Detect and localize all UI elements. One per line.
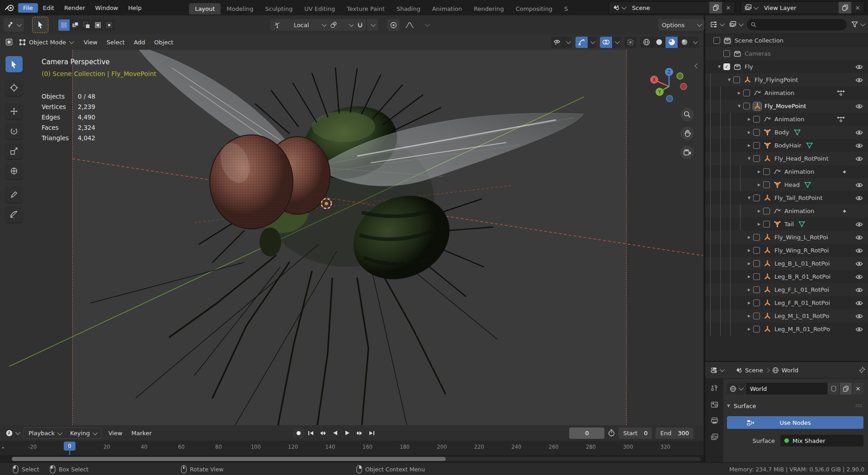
outliner-item-label[interactable]: Cameras: [745, 50, 771, 57]
collection-checkbox[interactable]: [733, 76, 740, 83]
current-frame-field[interactable]: 0: [569, 428, 604, 439]
proportional-edit-toggle[interactable]: [387, 19, 400, 31]
disclosure-triangle-icon[interactable]: ▼: [745, 157, 753, 161]
timeline-menu-view[interactable]: View: [104, 428, 127, 438]
use-nodes-button[interactable]: Use Nodes: [727, 416, 863, 429]
select-mode-set[interactable]: [58, 19, 70, 31]
tool-measure[interactable]: [5, 206, 23, 223]
navigation-gizmo[interactable]: Z X Y: [650, 66, 688, 104]
menu-window[interactable]: Window: [90, 3, 123, 13]
surface-shader-dropdown[interactable]: Mix Shader: [780, 435, 863, 446]
disclosure-triangle-icon[interactable]: ▶: [745, 275, 753, 279]
world-name-field[interactable]: World: [746, 383, 827, 394]
overlays-chevron[interactable]: [613, 37, 621, 48]
outliner-row[interactable]: ▶ Leg_F_L_01_RotPoi: [705, 283, 868, 296]
hide-eye-icon[interactable]: [854, 104, 864, 109]
outliner-item-label[interactable]: Fly: [745, 63, 753, 70]
workspace-tab-s[interactable]: S: [558, 3, 574, 14]
stopwatch-icon[interactable]: [608, 429, 615, 437]
workspace-tab-modeling[interactable]: Modeling: [221, 3, 259, 14]
workspace-tab-layout[interactable]: Layout: [189, 3, 221, 14]
outliner-row[interactable]: ▶ Leg_B_L_01_RotPoi: [705, 257, 868, 270]
disclosure-triangle-icon[interactable]: ▼: [745, 196, 753, 200]
jump-to-start-button[interactable]: [305, 428, 316, 438]
viewport-3d[interactable]: Camera Perspective (0) Scene Collection …: [0, 50, 703, 425]
jump-to-end-button[interactable]: [366, 428, 377, 438]
zoom-button[interactable]: [680, 108, 694, 121]
select-mode-extend[interactable]: [70, 19, 81, 31]
collection-checkbox[interactable]: [723, 50, 730, 57]
collection-checkbox[interactable]: [753, 286, 760, 293]
collection-checkbox[interactable]: [753, 247, 760, 254]
editor-type-dropdown[interactable]: [3, 36, 15, 48]
view-layer-remove-button[interactable]: ✕: [851, 2, 864, 14]
outliner-row[interactable]: ▶ Animation: [705, 86, 868, 100]
outliner-row[interactable]: ▶ Animation: [705, 113, 868, 126]
disclosure-triangle-icon[interactable]: ▶: [745, 301, 753, 305]
tab-view-layer[interactable]: [711, 433, 718, 441]
scene-unlink-button[interactable]: ✕: [722, 2, 735, 14]
outliner-row[interactable]: ▼ Fly_MovePoint: [705, 100, 868, 113]
outliner-item-label[interactable]: Leg_B_R_01_RotPoi: [774, 273, 830, 280]
scrollbar-thumb[interactable]: [12, 457, 446, 461]
disclosure-triangle-icon[interactable]: ▶: [745, 143, 753, 147]
breadcrumb-scene[interactable]: Scene: [745, 367, 763, 374]
outliner-row[interactable]: ▶ Tail: [705, 218, 868, 231]
outliner-row[interactable]: ▶ Fly_Wing_L_RotPoi: [705, 231, 868, 244]
outliner-item-label[interactable]: Fly_Wing_L_RotPoi: [774, 234, 828, 241]
scene-selector[interactable]: Scene ✕: [609, 1, 735, 14]
snap-toggle[interactable]: [354, 19, 366, 31]
collection-checkbox[interactable]: [753, 116, 760, 123]
collection-checkbox[interactable]: [753, 155, 760, 162]
overlays-toggle[interactable]: [600, 37, 612, 48]
outliner-row[interactable]: ▶ Leg_M_L_01_RotPo: [705, 309, 868, 323]
world-duplicate-button[interactable]: [840, 383, 852, 394]
gizmos-toggle[interactable]: [576, 37, 588, 48]
collection-checkbox[interactable]: ✓: [723, 63, 730, 70]
object-visibility-chevron[interactable]: [564, 37, 572, 48]
outliner-row[interactable]: ▶ Head: [705, 178, 868, 191]
workspace-tab-texture-paint[interactable]: Texture Paint: [341, 3, 391, 14]
play-button[interactable]: [342, 428, 353, 438]
outliner-row[interactable]: ▶ Leg_M_R_01_RotPo: [705, 323, 868, 336]
disclosure-triangle-icon[interactable]: ▶: [755, 183, 763, 187]
outliner-item-label[interactable]: BodyHair: [774, 142, 802, 149]
scene-browse-button[interactable]: [609, 4, 627, 11]
outliner-item-label[interactable]: Fly_Wing_R_RotPoi: [774, 247, 829, 254]
hide-eye-icon[interactable]: [854, 235, 864, 240]
viewport-menu-view[interactable]: View: [79, 37, 102, 48]
shading-material-preview-button[interactable]: [665, 37, 678, 48]
hide-eye-icon[interactable]: [854, 327, 864, 332]
outliner-search[interactable]: [747, 19, 847, 30]
tool-cursor[interactable]: [5, 80, 23, 96]
disclosure-triangle-icon[interactable]: ▼: [735, 104, 743, 108]
collection-checkbox[interactable]: [763, 168, 770, 175]
viewport-menu-select[interactable]: Select: [102, 37, 129, 48]
disclosure-triangle-icon[interactable]: ▶: [745, 327, 753, 331]
active-tool-indicator[interactable]: [32, 17, 48, 33]
play-reverse-button[interactable]: [330, 428, 340, 438]
hide-eye-icon[interactable]: [854, 143, 864, 148]
tool-rotate[interactable]: [5, 123, 23, 139]
menu-file[interactable]: File: [18, 3, 38, 13]
disclosure-triangle-icon[interactable]: ▼: [715, 65, 723, 69]
hide-eye-icon[interactable]: [854, 64, 864, 70]
outliner-item-label[interactable]: Animation: [784, 168, 814, 175]
hide-eye-icon[interactable]: [854, 130, 864, 135]
workspace-tab-shading[interactable]: Shading: [391, 3, 426, 14]
collection-checkbox[interactable]: [713, 37, 720, 44]
timeline-menu-marker[interactable]: Marker: [127, 428, 156, 438]
tool-transform[interactable]: [5, 163, 23, 179]
properties-editor-dropdown[interactable]: [709, 364, 725, 376]
disclosure-triangle-icon[interactable]: ▶: [755, 170, 763, 174]
transform-orientation-dropdown[interactable]: Local: [270, 19, 329, 31]
tab-tool[interactable]: [711, 385, 718, 392]
collection-checkbox[interactable]: [763, 208, 770, 214]
prev-keyframe-button[interactable]: [317, 428, 328, 438]
outliner-item-label[interactable]: Leg_M_R_01_RotPo: [774, 326, 830, 332]
hide-eye-icon[interactable]: [854, 274, 864, 280]
tool-move[interactable]: [5, 103, 23, 119]
pan-hand-button[interactable]: [680, 127, 694, 140]
outliner-editor-dropdown[interactable]: [709, 19, 725, 30]
panel-disclosure-icon[interactable]: ▼: [727, 404, 730, 408]
